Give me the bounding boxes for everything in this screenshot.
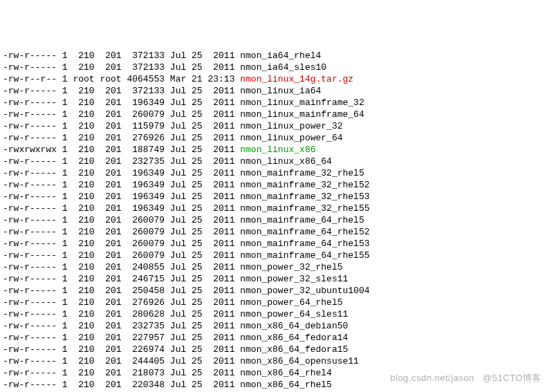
- ls-row-filename: nmon_linux_ia64: [240, 86, 321, 96]
- ls-row: -rw-r----- 1 210 201 220348 Jul 25 2011 …: [3, 379, 544, 391]
- ls-row-meta: -rw-r----- 1 210 201 220348 Jul 25 2011: [3, 380, 240, 390]
- ls-row-meta: -rw-r----- 1 210 201 372133 Jul 25 2011: [3, 86, 240, 96]
- ls-row-filename: nmon_linux_x86: [240, 144, 315, 155]
- ls-row: -rw-r----- 1 210 201 372133 Jul 25 2011 …: [3, 62, 544, 73]
- ls-row: -rw-r----- 1 210 201 372133 Jul 25 2011 …: [3, 50, 544, 62]
- ls-row: -rw-r----- 1 210 201 240855 Jul 25 2011 …: [3, 261, 544, 273]
- ls-row-meta: -rw-r----- 1 210 201 227957 Jul 25 2011: [3, 333, 240, 343]
- ls-row: -rw-r--r-- 1 root root 4064553 Mar 21 23…: [3, 73, 544, 85]
- ls-row: -rw-r----- 1 210 201 276926 Jul 25 2011 …: [3, 132, 544, 144]
- ls-row: -rw-r----- 1 210 201 196349 Jul 25 2011 …: [3, 97, 544, 109]
- ls-row-meta: -rw-r----- 1 210 201 372133 Jul 25 2011: [3, 62, 240, 73]
- ls-row-meta: -rw-r----- 1 210 201 276926 Jul 25 2011: [3, 133, 240, 143]
- ls-row-filename: nmon_power_64_rhel5: [240, 297, 342, 308]
- ls-row-meta: -rw-r----- 1 210 201 244405 Jul 25 2011: [3, 356, 240, 366]
- ls-row-filename: nmon_power_64_sles11: [240, 309, 348, 319]
- ls-row-filename: nmon_mainframe_32_rhel53: [240, 192, 369, 202]
- ls-row: -rw-r----- 1 210 201 260079 Jul 25 2011 …: [3, 238, 544, 250]
- ls-row-filename: nmon_power_32_rhel5: [240, 262, 342, 272]
- ls-row: -rw-r----- 1 210 201 280628 Jul 25 2011 …: [3, 308, 544, 320]
- ls-row-meta: -rw-r----- 1 210 201 196349 Jul 25 2011: [3, 168, 240, 178]
- ls-row: -rw-r----- 1 210 201 232735 Jul 25 2011 …: [3, 320, 544, 332]
- ls-row-meta: -rw-r----- 1 210 201 260079 Jul 25 2011: [3, 227, 240, 237]
- ls-row: -rw-r----- 1 210 201 244405 Jul 25 2011 …: [3, 355, 544, 367]
- ls-row-filename: nmon_linux_mainframe_32: [240, 97, 364, 108]
- ls-row-filename: nmon_mainframe_64_rhel55: [240, 250, 369, 261]
- ls-row-meta: -rw-r----- 1 210 201 226974 Jul 25 2011: [3, 344, 240, 355]
- ls-row-filename: nmon_x86_64_rhel5: [240, 380, 332, 390]
- ls-row: -rw-r----- 1 210 201 250458 Jul 25 2011 …: [3, 285, 544, 297]
- ls-row-filename: nmon_mainframe_64_rhel5: [240, 215, 364, 225]
- ls-row: -rw-r----- 1 210 201 227957 Jul 25 2011 …: [3, 332, 544, 344]
- ls-row: -rw-r----- 1 210 201 260079 Jul 25 2011 …: [3, 109, 544, 120]
- ls-row-meta: -rw-r----- 1 210 201 232735 Jul 25 2011: [3, 321, 240, 331]
- ls-row-meta: -rw-r----- 1 210 201 260079 Jul 25 2011: [3, 215, 240, 225]
- ls-row-filename: nmon_linux_mainframe_64: [240, 109, 364, 120]
- ls-row-meta: -rw-r----- 1 210 201 196349 Jul 25 2011: [3, 97, 240, 108]
- ls-row: -rw-r----- 1 210 201 196349 Jul 25 2011 …: [3, 191, 544, 203]
- ls-row-meta: -rw-r----- 1 210 201 250458 Jul 25 2011: [3, 286, 240, 296]
- ls-row-meta: -rw-r----- 1 210 201 196349 Jul 25 2011: [3, 192, 240, 202]
- ls-row-filename: nmon_linux_power_64: [240, 133, 342, 143]
- ls-row-filename: nmon_linux_14g.tar.gz: [240, 74, 353, 84]
- ls-row-meta: -rw-r----- 1 210 201 232735 Jul 25 2011: [3, 156, 240, 167]
- ls-row-meta: -rw-r--r-- 1 root root 4064553 Mar 21 23…: [3, 74, 240, 84]
- ls-row-meta: -rw-r----- 1 210 201 260079 Jul 25 2011: [3, 239, 240, 249]
- ls-row-meta: -rw-r----- 1 210 201 280628 Jul 25 2011: [3, 309, 240, 319]
- ls-row-filename: nmon_mainframe_64_rhel53: [240, 239, 369, 249]
- ls-row: -rw-r----- 1 210 201 260079 Jul 25 2011 …: [3, 250, 544, 261]
- ls-row-filename: nmon_power_32_sles11: [240, 274, 348, 284]
- ls-row-filename: nmon_x86_64_opensuse11: [240, 356, 359, 366]
- ls-row: -rw-r----- 1 210 201 196349 Jul 25 2011 …: [3, 179, 544, 191]
- ls-row: -rw-r----- 1 210 201 218073 Jul 25 2011 …: [3, 367, 544, 379]
- ls-row-filename: nmon_x86_64_fedora14: [240, 333, 348, 343]
- ls-row-meta: -rw-r----- 1 210 201 218073 Jul 25 2011: [3, 368, 240, 378]
- ls-row-filename: nmon_linux_x86_64: [240, 156, 332, 167]
- ls-row: -rw-r----- 1 210 201 196349 Jul 25 2011 …: [3, 203, 544, 214]
- ls-row-filename: nmon_x86_64_debian50: [240, 321, 348, 331]
- ls-row: -rw-r----- 1 210 201 232735 Jul 25 2011 …: [3, 156, 544, 167]
- ls-row-meta: -rw-r----- 1 210 201 196349 Jul 25 2011: [3, 203, 240, 214]
- ls-row: -rw-r----- 1 210 201 246715 Jul 25 2011 …: [3, 273, 544, 285]
- ls-row-meta: -rw-r----- 1 210 201 372133 Jul 25 2011: [3, 50, 240, 61]
- ls-row-meta: -rw-r----- 1 210 201 276926 Jul 25 2011: [3, 297, 240, 308]
- ls-row-filename: nmon_mainframe_64_rhel52: [240, 227, 369, 237]
- ls-row: -rw-r----- 1 210 201 115979 Jul 25 2011 …: [3, 120, 544, 132]
- ls-row-filename: nmon_linux_power_32: [240, 121, 342, 131]
- ls-row-filename: nmon_power_32_ubuntu1004: [240, 286, 369, 296]
- ls-row-meta: -rwxrwxrwx 1 210 201 188749 Jul 25 2011: [3, 144, 240, 155]
- ls-row: -rwxrwxrwx 1 210 201 188749 Jul 25 2011 …: [3, 144, 544, 156]
- ls-row-filename: nmon_mainframe_32_rhel52: [240, 180, 369, 190]
- ls-row-filename: nmon_mainframe_32_rhel55: [240, 203, 369, 214]
- ls-row: -rw-r----- 1 210 201 276926 Jul 25 2011 …: [3, 297, 544, 308]
- ls-row-meta: -rw-r----- 1 210 201 240855 Jul 25 2011: [3, 262, 240, 272]
- ls-row-meta: -rw-r----- 1 210 201 260079 Jul 25 2011: [3, 250, 240, 261]
- ls-row: -rw-r----- 1 210 201 260079 Jul 25 2011 …: [3, 226, 544, 238]
- ls-row: -rw-r----- 1 210 201 372133 Jul 25 2011 …: [3, 85, 544, 97]
- ls-row-filename: nmon_x86_64_rhel4: [240, 368, 332, 378]
- ls-row-meta: -rw-r----- 1 210 201 115979 Jul 25 2011: [3, 121, 240, 131]
- ls-row-meta: -rw-r----- 1 210 201 260079 Jul 25 2011: [3, 109, 240, 120]
- ls-row-filename: nmon_ia64_sles10: [240, 62, 326, 73]
- terminal-output: -rw-r----- 1 210 201 372133 Jul 25 2011 …: [3, 50, 544, 392]
- ls-row-meta: -rw-r----- 1 210 201 246715 Jul 25 2011: [3, 274, 240, 284]
- ls-row-meta: -rw-r----- 1 210 201 196349 Jul 25 2011: [3, 180, 240, 190]
- ls-row: -rw-r----- 1 210 201 196349 Jul 25 2011 …: [3, 167, 544, 179]
- ls-row: -rw-r----- 1 210 201 226974 Jul 25 2011 …: [3, 344, 544, 355]
- ls-row-filename: nmon_mainframe_32_rhel5: [240, 168, 364, 178]
- ls-row-filename: nmon_ia64_rhel4: [240, 50, 321, 61]
- ls-row: -rw-r----- 1 210 201 260079 Jul 25 2011 …: [3, 214, 544, 226]
- ls-row-filename: nmon_x86_64_fedora15: [240, 344, 348, 355]
